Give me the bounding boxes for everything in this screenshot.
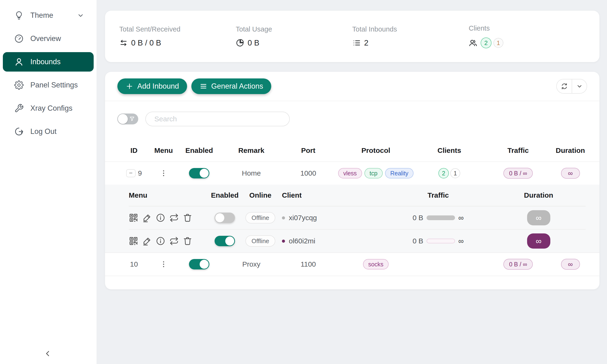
inbound-port: 1100 [281,260,335,268]
list-icon [352,39,361,47]
filter-toggle[interactable] [117,114,138,124]
table-row: − 9 Home 1000 [105,162,599,185]
column-header-clients: Clients [416,146,483,155]
toggle-knob [200,260,209,269]
client-duration-pill[interactable]: ∞ [527,210,550,225]
inbound-enabled-toggle[interactable] [189,259,209,270]
info-icon[interactable] [156,213,165,222]
traffic-limit: ∞ [458,237,464,246]
sidebar-item-xray-configs[interactable]: Xray Configs [3,99,94,118]
info-icon[interactable] [156,236,165,246]
client-enabled-toggle[interactable] [215,236,235,246]
sidebar-item-label: Overview [30,34,61,43]
qr-code-icon[interactable] [129,213,138,222]
pie-chart-icon [236,39,244,47]
inbound-enabled-toggle[interactable] [189,168,209,179]
search-input[interactable] [145,112,290,126]
general-actions-button[interactable]: General Actions [191,78,271,94]
subtable-header-row: Menu Enabled Online Client Traffic Durat… [129,185,586,207]
stat-label: Clients [469,25,585,32]
sidebar-item-overview[interactable]: Overview [3,29,94,48]
stat-value-text: 0 B / 0 B [131,39,161,47]
client-status-dot [282,216,285,220]
subcolumn-header-client: Client [278,191,385,199]
clients-active-badge: 2 [481,38,491,48]
subcolumn-header-menu: Menu [129,191,207,199]
traffic-progress-bar [427,239,455,243]
client-name: ol60i2mi [289,237,315,245]
refresh-icon [561,83,568,90]
stat-clients: Clients 2 1 [469,25,585,48]
online-status-pill: Offline [245,235,276,247]
inbounds-table: ID Menu Enabled Remark Port Protocol Cli… [105,140,599,276]
inbound-port: 1000 [281,169,335,177]
sidebar-item-label: Theme [30,11,53,20]
subcolumn-header-duration: Duration [491,191,586,199]
table-header-row: ID Menu Enabled Remark Port Protocol Cli… [105,140,599,162]
traffic-used: 0 B [413,214,423,222]
subcolumn-header-enabled: Enabled [207,191,243,199]
clients-depleted-badge: 1 [493,38,503,48]
chevron-down-icon [576,83,583,90]
main-content: Total Sent/Received 0 B / 0 B Total Usag… [96,0,607,364]
duration-pill: ∞ [561,168,580,179]
logout-icon [14,127,24,136]
column-header-id: ID [117,146,151,155]
dots-vertical-icon [159,260,168,268]
stat-total-usage: Total Usage 0 B [236,25,352,47]
edit-icon[interactable] [142,236,152,246]
sidebar-item-inbounds[interactable]: Inbounds [3,52,94,72]
reset-traffic-icon[interactable] [169,213,179,222]
protocol-tag: socks [363,259,389,270]
column-header-duration: Duration [554,146,587,155]
inbounds-panel-card: Add Inbound General Actions [105,72,599,289]
column-header-remark: Remark [222,146,281,155]
stat-value-text: 2 [364,39,369,47]
plus-icon [125,82,133,90]
add-inbound-button[interactable]: Add Inbound [117,78,187,94]
column-header-traffic: Traffic [483,146,554,155]
delete-icon[interactable] [183,236,192,246]
search-row [105,101,599,136]
toolbar: Add Inbound General Actions [105,72,599,101]
traffic-pill: 0 B / ∞ [503,168,533,179]
table-row: 10 Proxy 1100 so [105,253,599,276]
protocol-tag: vless [338,168,362,179]
sidebar-item-label: Inbounds [30,58,61,66]
reset-traffic-icon[interactable] [169,236,179,246]
security-tag: Reality [385,168,413,179]
toggle-knob [200,169,209,178]
sidebar-item-theme[interactable]: Theme [3,6,94,25]
refresh-dropdown-button[interactable] [572,79,587,93]
sidebar-item-panel-settings[interactable]: Panel Settings [3,75,94,95]
duration-pill: ∞ [561,259,580,270]
client-enabled-toggle[interactable] [215,213,235,223]
clients-depleted-badge: 1 [450,168,460,178]
dots-vertical-icon [159,169,168,177]
sidebar-item-log-out[interactable]: Log Out [3,122,94,141]
qr-code-icon[interactable] [129,236,138,246]
collapse-row-button[interactable]: − [126,169,136,177]
delete-icon[interactable] [183,213,192,222]
toggle-knob [118,114,128,124]
client-name: xi07ycqg [289,214,317,222]
general-actions-label: General Actions [211,82,263,91]
online-status-pill: Offline [245,212,276,223]
stat-total-inbounds: Total Inbounds 2 [352,25,469,47]
app-root: Theme Overview Inbounds Panel Settings [0,0,607,364]
sidebar-collapse-button[interactable] [41,347,55,361]
gear-icon [14,80,24,90]
row-menu-button[interactable] [159,259,169,269]
edit-icon[interactable] [142,213,152,222]
client-row: Offline xi07ycqg 0 B ∞ ∞ [129,207,586,229]
column-header-menu: Menu [151,146,177,155]
stat-total-sent-received: Total Sent/Received 0 B / 0 B [119,25,236,47]
column-header-enabled: Enabled [177,146,222,155]
refresh-split-button [556,79,587,94]
subcolumn-header-traffic: Traffic [385,191,491,199]
stats-card: Total Sent/Received 0 B / 0 B Total Usag… [105,11,599,62]
row-menu-button[interactable] [159,168,169,178]
client-duration-pill[interactable]: ∞ [527,234,550,248]
refresh-button[interactable] [557,79,572,93]
stat-label: Total Usage [236,25,352,33]
